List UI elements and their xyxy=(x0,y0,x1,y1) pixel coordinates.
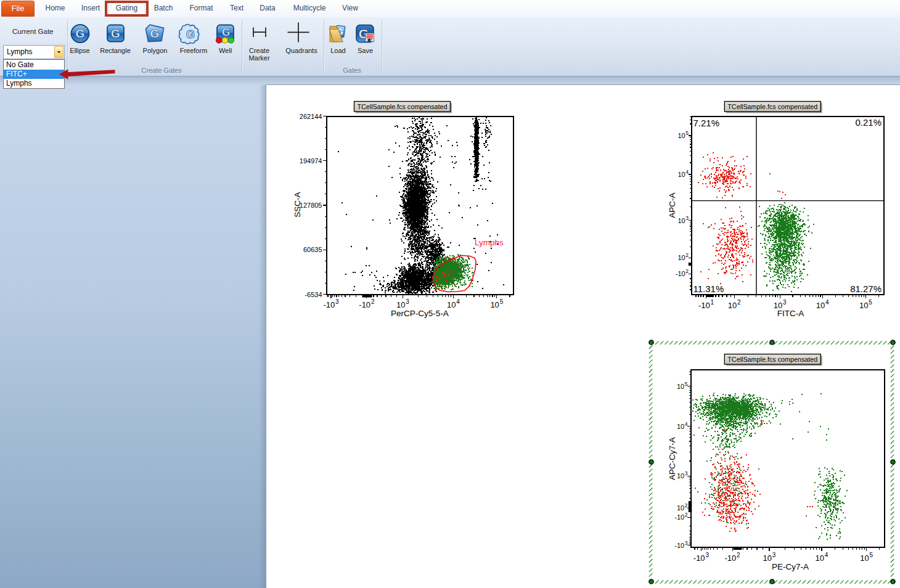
svg-text:103: 103 xyxy=(774,299,787,310)
svg-text:-102: -102 xyxy=(676,268,689,277)
svg-text:103: 103 xyxy=(396,298,409,309)
svg-text:104: 104 xyxy=(816,299,829,310)
svg-text:APC-A: APC-A xyxy=(668,192,677,218)
svg-text:81.27%: 81.27% xyxy=(850,284,882,294)
svg-text:105: 105 xyxy=(859,299,872,310)
svg-text:G: G xyxy=(222,27,230,38)
svg-text:TCellSample.fcs compensated: TCellSample.fcs compensated xyxy=(727,103,817,110)
svg-text:-103: -103 xyxy=(323,298,339,309)
svg-text:105: 105 xyxy=(677,381,688,390)
svg-text:TCellSample.fcs compensated: TCellSample.fcs compensated xyxy=(358,103,448,110)
svg-text:SSC-A: SSC-A xyxy=(293,192,302,217)
svg-text:104: 104 xyxy=(677,421,688,430)
svg-text:194974: 194974 xyxy=(300,157,322,165)
svg-text:104: 104 xyxy=(816,552,828,563)
svg-text:262144: 262144 xyxy=(300,113,322,120)
svg-text:0.21%: 0.21% xyxy=(855,117,882,128)
svg-text:60635: 60635 xyxy=(303,246,322,253)
svg-text:105: 105 xyxy=(677,130,689,139)
svg-text:-101: -101 xyxy=(698,299,714,310)
svg-text:103: 103 xyxy=(677,215,689,224)
svg-text:PerCP-Cy5-5-A: PerCP-Cy5-5-A xyxy=(391,309,449,318)
svg-text:G: G xyxy=(186,28,195,41)
svg-text:-102: -102 xyxy=(359,298,375,309)
svg-text:TCellSample.fcs compensated: TCellSample.fcs compensated xyxy=(727,356,817,363)
svg-text:127805: 127805 xyxy=(300,202,322,209)
svg-text:103: 103 xyxy=(677,470,688,480)
svg-text:APC-Cy7-A: APC-Cy7-A xyxy=(668,437,677,480)
svg-text:105: 105 xyxy=(860,552,873,563)
svg-text:105: 105 xyxy=(490,298,503,309)
svg-text:11.31%: 11.31% xyxy=(693,284,724,294)
svg-text:-102: -102 xyxy=(725,552,741,563)
svg-text:Lymphs: Lymphs xyxy=(475,238,504,247)
svg-text:103: 103 xyxy=(763,552,776,563)
svg-text:102: 102 xyxy=(728,299,741,310)
svg-text:104: 104 xyxy=(447,298,460,309)
svg-text:-103: -103 xyxy=(693,552,710,563)
svg-text:PE-Cy7-A: PE-Cy7-A xyxy=(772,562,809,571)
svg-text:102: 102 xyxy=(677,252,689,261)
svg-text:FITC-A: FITC-A xyxy=(777,309,804,318)
svg-text:G: G xyxy=(76,27,85,40)
svg-text:G: G xyxy=(150,27,160,40)
svg-text:7.21%: 7.21% xyxy=(693,118,720,128)
svg-text:-103: -103 xyxy=(674,540,688,549)
svg-text:-6534: -6534 xyxy=(305,291,322,298)
svg-text:102: 102 xyxy=(677,502,688,512)
svg-text:G: G xyxy=(111,27,120,40)
svg-text:104: 104 xyxy=(677,169,689,178)
svg-text:-102: -102 xyxy=(674,512,688,521)
